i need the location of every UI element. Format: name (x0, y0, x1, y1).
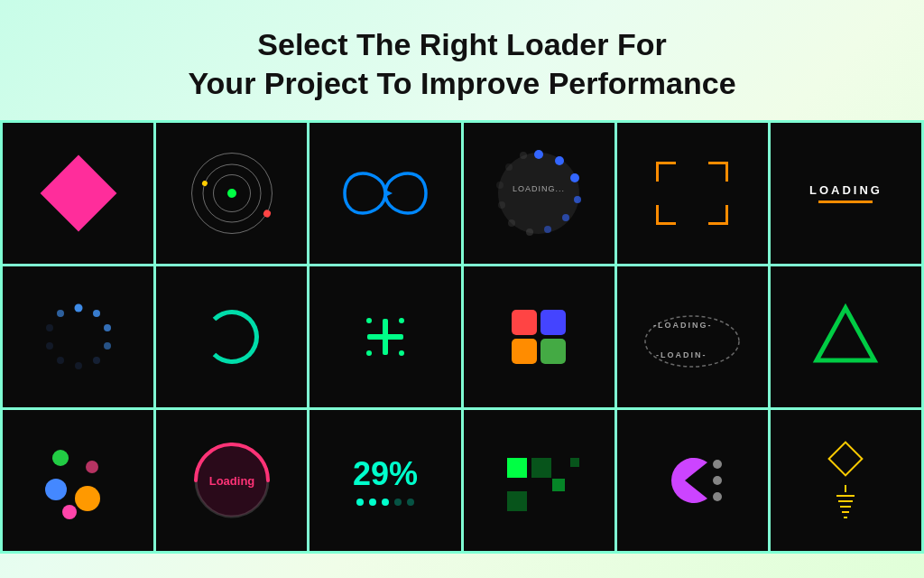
bracket-tr (708, 162, 728, 182)
svg-point-16 (93, 310, 100, 317)
svg-point-40 (86, 461, 98, 473)
svg-point-22 (46, 342, 53, 350)
bracket-tl (656, 162, 676, 182)
svg-point-12 (505, 163, 513, 171)
loader-cell-5[interactable] (617, 123, 768, 264)
scattered-dots-loader (42, 440, 115, 521)
loader-cell-11[interactable]: -LOADING- -LOADIN- (617, 266, 768, 407)
ghost-dot-2 (713, 476, 722, 485)
svg-point-29 (366, 350, 372, 356)
svg-point-30 (399, 350, 404, 356)
svg-point-6 (562, 214, 569, 221)
percent-dot-2 (369, 499, 376, 506)
loader-cell-8[interactable] (156, 266, 307, 407)
pacman-loader (662, 458, 722, 503)
loader-cell-4[interactable]: LOADING... (464, 123, 614, 264)
ghost-dot-1 (713, 460, 722, 469)
svg-point-4 (570, 173, 579, 182)
orbit-loader (187, 148, 277, 238)
loader-cell-15[interactable]: 29% (310, 410, 460, 551)
svg-rect-49 (507, 491, 527, 511)
loader-grid: LOADING... LOADING (0, 120, 924, 554)
teal-ring-loader (205, 310, 259, 364)
svg-rect-34 (541, 339, 566, 364)
svg-text:LOADING...: LOADING... (513, 184, 565, 193)
loading-text-loader: LOADING (809, 183, 882, 203)
loader-cell-2[interactable] (156, 123, 307, 264)
sparkle-loader (349, 301, 421, 373)
svg-rect-32 (541, 310, 566, 335)
svg-point-43 (62, 505, 77, 519)
svg-marker-38 (817, 308, 874, 360)
svg-point-20 (75, 362, 82, 369)
bracket-bl (656, 205, 676, 225)
svg-point-19 (93, 357, 100, 364)
loader-cell-7[interactable] (3, 266, 153, 407)
svg-point-21 (57, 357, 64, 364)
svg-rect-52 (829, 443, 863, 476)
svg-rect-26 (367, 334, 403, 340)
loader-cell-1[interactable] (3, 123, 153, 264)
page-title: Select The Right Loader For Your Project… (18, 25, 906, 102)
circular-dots-loader: LOADING... (489, 144, 588, 243)
infinity-loader (340, 166, 430, 220)
diamond-loader (40, 155, 116, 232)
loader-cell-17[interactable] (617, 410, 768, 551)
svg-point-7 (544, 226, 551, 233)
svg-point-13 (520, 152, 527, 159)
svg-point-10 (498, 201, 505, 209)
triangle-loader (809, 299, 882, 375)
bracket-br (708, 205, 728, 225)
loading-label: LOADING (809, 183, 882, 197)
svg-rect-31 (512, 310, 537, 335)
svg-point-41 (45, 479, 67, 500)
dot-ring-loader (42, 301, 115, 373)
percent-dot-1 (356, 499, 364, 506)
loader-cell-9[interactable] (310, 266, 460, 407)
percent-value: 29% (353, 455, 418, 493)
svg-point-18 (104, 342, 111, 350)
svg-point-39 (52, 450, 69, 466)
orbit-center-dot (227, 189, 236, 198)
loader-cell-6[interactable]: LOADING (771, 123, 921, 264)
brackets-loader (656, 162, 728, 225)
svg-rect-33 (512, 339, 537, 364)
percent-dot-3 (382, 499, 389, 506)
percent-dots (353, 499, 418, 506)
svg-point-8 (526, 228, 533, 236)
svg-rect-47 (507, 458, 527, 478)
loader-cell-10[interactable] (464, 266, 614, 407)
oval-text-loader: -LOADING- -LOADIN- (642, 296, 742, 378)
svg-point-2 (534, 150, 543, 159)
svg-rect-50 (552, 479, 565, 491)
percent-dot-5 (407, 499, 414, 506)
svg-point-27 (366, 318, 372, 323)
svg-text:-LOADING-: -LOADING- (653, 321, 713, 330)
svg-point-42 (75, 486, 100, 511)
svg-rect-51 (570, 458, 579, 467)
svg-point-9 (508, 219, 515, 227)
svg-point-3 (555, 156, 564, 165)
svg-point-24 (57, 310, 64, 317)
svg-rect-48 (531, 458, 551, 478)
loader-cell-13[interactable] (3, 410, 153, 551)
loader-cell-12[interactable] (771, 266, 921, 407)
svg-point-17 (104, 324, 111, 331)
loader-cell-16[interactable] (464, 410, 614, 551)
svg-text:Loading: Loading (208, 474, 254, 488)
svg-point-5 (574, 196, 581, 203)
color-cross-loader (498, 296, 579, 378)
loader-cell-14[interactable]: Loading (156, 410, 307, 551)
svg-point-15 (74, 304, 82, 312)
svg-point-11 (496, 182, 504, 189)
svg-point-23 (46, 324, 53, 331)
ghost-dot-3 (713, 492, 722, 501)
loader-cell-3[interactable] (310, 123, 460, 264)
header: Select The Right Loader For Your Project… (0, 0, 924, 120)
loading-progress-bar (818, 200, 873, 203)
percent-dot-4 (394, 499, 402, 506)
percent-loader: 29% (353, 455, 418, 506)
gem-loader (814, 440, 877, 521)
svg-marker-0 (385, 190, 393, 197)
loader-cell-18[interactable] (771, 410, 921, 551)
